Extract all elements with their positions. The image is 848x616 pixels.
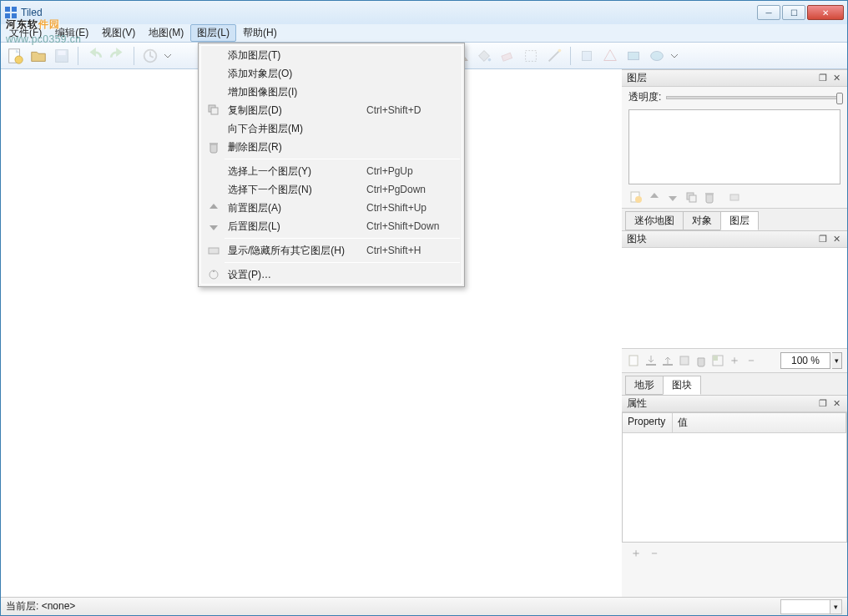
menu-layer-properties[interactable]: 设置(P)… bbox=[201, 265, 462, 284]
dropdown-arrow-icon[interactable] bbox=[163, 45, 173, 67]
delete-tileset-icon[interactable] bbox=[694, 353, 709, 368]
current-layer-label: 当前层: <none> bbox=[6, 599, 777, 613]
menu-add-image-layer[interactable]: 增加图像图层(I) bbox=[201, 83, 462, 101]
move-up-icon[interactable] bbox=[647, 189, 662, 204]
close-button[interactable]: ✕ bbox=[807, 5, 844, 20]
tab-layers[interactable]: 图层 bbox=[720, 211, 759, 230]
insert-ellipse-icon[interactable] bbox=[646, 45, 668, 67]
eraser-tool-icon[interactable] bbox=[497, 45, 518, 67]
menu-edit[interactable]: 编辑(E) bbox=[48, 24, 95, 42]
menu-separator bbox=[225, 262, 460, 263]
menu-lower-layer[interactable]: 后置图层(L)Ctrl+Shift+Down bbox=[201, 217, 462, 235]
toggle-visibility-icon[interactable] bbox=[727, 189, 742, 204]
save-icon[interactable] bbox=[51, 45, 73, 67]
undock-icon[interactable]: ❐ bbox=[817, 234, 829, 245]
status-zoom-dropdown-icon[interactable]: ▾ bbox=[830, 599, 842, 614]
undock-icon[interactable]: ❐ bbox=[817, 398, 829, 410]
edit-terrain-icon[interactable] bbox=[710, 353, 725, 368]
undo-icon[interactable] bbox=[83, 45, 105, 67]
opacity-slider[interactable] bbox=[666, 96, 840, 99]
separator bbox=[570, 47, 571, 65]
remove-property-icon[interactable]: － bbox=[647, 546, 662, 561]
add-property-icon[interactable]: ＋ bbox=[628, 546, 644, 561]
app-window: 河东软件园 www.pc0359.cn Tiled ─ ☐ ✕ 文件(F) 编辑… bbox=[0, 0, 848, 616]
import-tileset-icon[interactable] bbox=[644, 353, 659, 368]
menu-add-object-layer[interactable]: 添加对象层(O) bbox=[201, 64, 462, 83]
svg-point-15 bbox=[558, 48, 562, 52]
dropdown-arrow-icon[interactable] bbox=[669, 45, 679, 67]
insert-rect-icon[interactable] bbox=[623, 45, 644, 67]
new-layer-icon[interactable] bbox=[628, 189, 644, 204]
menu-file[interactable]: 文件(F) bbox=[3, 24, 48, 42]
svg-point-20 bbox=[635, 196, 642, 203]
new-tileset-icon[interactable] bbox=[627, 353, 642, 368]
undock-icon[interactable]: ❐ bbox=[817, 73, 829, 84]
app-icon bbox=[4, 6, 18, 19]
window-title: Tiled bbox=[21, 7, 757, 18]
menu-toggle-other-layers[interactable]: 显示/隐藏所有其它图层(H)Ctrl+Shift+H bbox=[201, 241, 462, 260]
select-tool-icon[interactable] bbox=[520, 45, 542, 67]
menu-map[interactable]: 地图(M) bbox=[142, 24, 190, 42]
tileset-view[interactable] bbox=[622, 248, 847, 348]
svg-rect-23 bbox=[705, 193, 714, 194]
svg-rect-13 bbox=[502, 53, 512, 61]
menu-add-tile-layer[interactable]: 添加图层(T) bbox=[201, 46, 462, 64]
svg-rect-16 bbox=[583, 51, 592, 60]
open-file-icon[interactable] bbox=[28, 45, 49, 67]
column-value: 值 bbox=[673, 413, 846, 432]
maximize-button[interactable]: ☐ bbox=[782, 5, 805, 20]
duplicate-layer-icon[interactable] bbox=[684, 189, 699, 204]
redo-icon[interactable] bbox=[107, 45, 129, 67]
panel-title: 属性 bbox=[627, 396, 815, 411]
export-tileset-icon[interactable] bbox=[660, 353, 675, 368]
svg-point-12 bbox=[488, 58, 492, 61]
menu-help[interactable]: 帮助(H) bbox=[236, 24, 284, 42]
properties-icon bbox=[204, 268, 223, 281]
panel-title: 图块 bbox=[627, 232, 815, 246]
svg-rect-28 bbox=[680, 356, 689, 365]
menu-layer[interactable]: 图层(L) bbox=[190, 24, 236, 42]
menu-select-next-layer[interactable]: 选择下一个图层(N)Ctrl+PgDown bbox=[201, 180, 462, 199]
command-icon[interactable] bbox=[139, 45, 161, 67]
opacity-label: 透明度: bbox=[628, 90, 661, 104]
tab-terrain[interactable]: 地形 bbox=[625, 376, 664, 395]
menu-remove-layer[interactable]: 删除图层(R) bbox=[201, 138, 462, 156]
add-terrain-icon[interactable]: ＋ bbox=[727, 353, 742, 368]
tileset-properties-icon[interactable] bbox=[677, 353, 692, 368]
menu-merge-down[interactable]: 向下合并图层(M) bbox=[201, 119, 462, 138]
tab-minimap[interactable]: 迷你地图 bbox=[625, 211, 684, 230]
object-select-icon[interactable] bbox=[576, 45, 598, 67]
menu-separator bbox=[225, 238, 460, 239]
tab-tileset[interactable]: 图块 bbox=[663, 376, 701, 395]
tilesets-panel: 图块 ❐ ✕ ＋ － 100 % ▾ bbox=[622, 230, 847, 395]
delete-layer-icon[interactable] bbox=[702, 189, 717, 204]
arrow-down-icon bbox=[204, 220, 223, 233]
zoom-value[interactable]: 100 % bbox=[780, 352, 830, 369]
move-down-icon[interactable] bbox=[665, 189, 680, 204]
layers-list[interactable] bbox=[628, 109, 840, 184]
properties-panel: 属性 ❐ ✕ Property 值 ＋ － bbox=[622, 395, 847, 564]
remove-terrain-icon[interactable]: － bbox=[744, 353, 759, 368]
new-file-icon[interactable] bbox=[4, 45, 26, 67]
svg-rect-32 bbox=[211, 108, 218, 114]
menu-select-prev-layer[interactable]: 选择上一个图层(Y)Ctrl+PgUp bbox=[201, 162, 462, 180]
svg-rect-1 bbox=[12, 7, 17, 12]
panel-close-icon[interactable]: ✕ bbox=[830, 234, 842, 245]
panel-close-icon[interactable]: ✕ bbox=[830, 398, 842, 410]
menu-duplicate-layer[interactable]: 复制图层(D)Ctrl+Shift+D bbox=[201, 101, 462, 119]
svg-rect-17 bbox=[628, 52, 639, 59]
fill-tool-icon[interactable] bbox=[473, 45, 495, 67]
tab-objects[interactable]: 对象 bbox=[683, 211, 721, 230]
menu-raise-layer[interactable]: 前置图层(A)Ctrl+Shift+Up bbox=[201, 199, 462, 217]
status-zoom-box[interactable] bbox=[780, 599, 830, 614]
duplicate-icon bbox=[204, 104, 223, 117]
menu-view[interactable]: 视图(V) bbox=[95, 24, 142, 42]
magic-wand-icon[interactable] bbox=[543, 45, 565, 67]
minimize-button[interactable]: ─ bbox=[757, 5, 780, 20]
edit-polygon-icon[interactable] bbox=[599, 45, 621, 67]
properties-table[interactable]: Property 值 bbox=[622, 412, 847, 543]
zoom-dropdown-icon[interactable]: ▾ bbox=[832, 352, 842, 369]
svg-rect-26 bbox=[646, 364, 656, 366]
svg-rect-3 bbox=[12, 13, 17, 18]
panel-close-icon[interactable]: ✕ bbox=[830, 73, 842, 84]
